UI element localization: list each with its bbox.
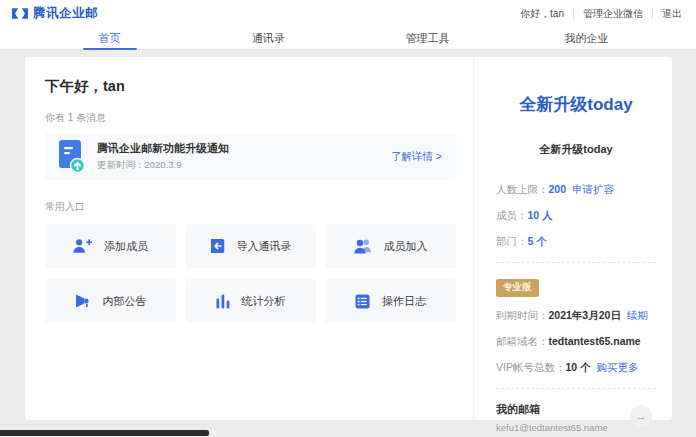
plan-label: 到期时间： [496,309,549,321]
tab-my-company[interactable]: 我的企业 [507,27,666,49]
add-member-icon [73,238,92,254]
operation-log-button[interactable]: 操作日志 [325,279,456,323]
topbar-links: 你好，tan 管理企业微信 退出 [511,7,684,21]
divider [496,388,656,389]
message-title: 腾讯企业邮新功能升级通知 [97,141,229,156]
operation-log-icon [355,294,370,309]
pro-plan-badge: 专业版 [496,279,539,297]
my-mailbox-title: 我的邮箱 [496,402,622,417]
stat-member-limit: 人数上限：200申请扩容 [496,183,656,197]
plan-value: 10 个 [565,361,590,373]
shortcut-label: 操作日志 [382,294,426,309]
shortcut-label: 成员加入 [384,239,428,254]
greeting-text: 下午好，tan [45,77,456,96]
plan-vip-row: VIP帐号总数：10 个购买更多 [496,361,656,375]
shortcut-label: 内部公告 [103,294,147,309]
plan-value: tedtantest65.name [549,335,641,347]
plan-label: 邮箱域名： [496,335,549,347]
brand-logo[interactable]: 腾讯企业邮 [12,5,98,22]
announcement-button[interactable]: 内部公告 [45,279,176,323]
plan-domain-row: 邮箱域名：tedtantest65.name [496,335,656,349]
stat-label: 成员： [496,209,528,221]
brand-name: 腾讯企业邮 [33,5,98,22]
logout-link[interactable]: 退出 [653,7,684,21]
message-time: 更新时间：2020.3.9 [97,159,229,172]
stat-label: 部门： [496,235,528,247]
message-texts: 腾讯企业邮新功能升级通知 更新时间：2020.3.9 [97,141,229,172]
message-count-text: 你有 1 条消息 [45,111,456,125]
plan-expiry-row: 到期时间：2021年3月20日续期 [496,309,656,323]
shortcuts-title: 常用入口 [45,200,456,214]
content-card: 下午好，tan 你有 1 条消息 腾讯企业邮新功能升级通知 更新时间：2020.… [25,57,672,420]
plan-label: VIP帐号总数： [496,361,565,373]
stat-departments: 部门：5 个 [496,235,656,249]
stat-value: 10 人 [528,209,553,221]
message-row: 腾讯企业邮新功能升级通知 更新时间：2020.3.9 了解详情 > [45,133,456,180]
statistics-button[interactable]: 统计分析 [185,279,316,323]
company-stats: 人数上限：200申请扩容 成员：10 人 部门：5 个 [496,183,656,249]
open-mailbox-button[interactable]: → [630,405,652,427]
learn-more-link[interactable]: 了解详情 > [391,150,442,164]
stats-bar-chart-icon [216,294,230,309]
import-contacts-button[interactable]: 导入通讯录 [185,224,316,268]
shortcuts-grid: 添加成员 导入通讯录 [45,224,456,323]
my-mailbox-section: 我的邮箱 kefu1@tedtantest65.name → [496,402,656,433]
divider [496,262,656,263]
expand-capacity-link[interactable]: 申请扩容 [572,183,614,195]
upgrade-banner-subtitle: 全新升级today [496,142,656,157]
user-greeting-link[interactable]: 你好，tan [511,7,573,21]
tab-admin-tools[interactable]: 管理工具 [348,27,507,49]
stat-label: 人数上限： [496,183,549,195]
manage-wework-link[interactable]: 管理企业微信 [574,7,652,21]
tab-contacts[interactable]: 通讯录 [189,27,348,49]
exmail-logo-icon [12,7,28,20]
main-nav: 首页 通讯录 管理工具 我的企业 [0,27,696,50]
arrow-right-icon: → [636,410,647,422]
member-join-icon [354,238,372,254]
plan-info: 到期时间：2021年3月20日续期 邮箱域名：tedtantest65.name… [496,309,656,375]
stat-value: 200 [549,183,567,195]
upgrade-document-icon [59,140,85,174]
tab-home[interactable]: 首页 [30,27,189,49]
bottom-dark-bar [0,430,209,436]
my-mailbox-email: kefu1@tedtantest65.name [496,422,622,433]
stat-value: 5 个 [528,235,547,247]
main-column: 下午好，tan 你有 1 条消息 腾讯企业邮新功能升级通知 更新时间：2020.… [25,57,473,420]
announcement-icon [75,294,91,308]
buy-more-link[interactable]: 购买更多 [597,361,639,373]
topbar: 腾讯企业邮 你好，tan 管理企业微信 退出 [0,0,696,27]
upgrade-banner-title: 全新升级today [496,93,656,116]
shortcut-label: 统计分析 [242,294,286,309]
renew-link[interactable]: 续期 [627,309,648,321]
shortcut-label: 导入通讯录 [237,239,292,254]
shortcut-label: 添加成员 [104,239,148,254]
stat-members: 成员：10 人 [496,209,656,223]
plan-value: 2021年3月20日 [549,309,621,321]
import-contacts-icon [210,238,225,254]
member-join-button[interactable]: 成员加入 [325,224,456,268]
sidebar-column: 全新升级today 全新升级today 人数上限：200申请扩容 成员：10 人… [473,57,672,420]
add-member-button[interactable]: 添加成员 [45,224,176,268]
